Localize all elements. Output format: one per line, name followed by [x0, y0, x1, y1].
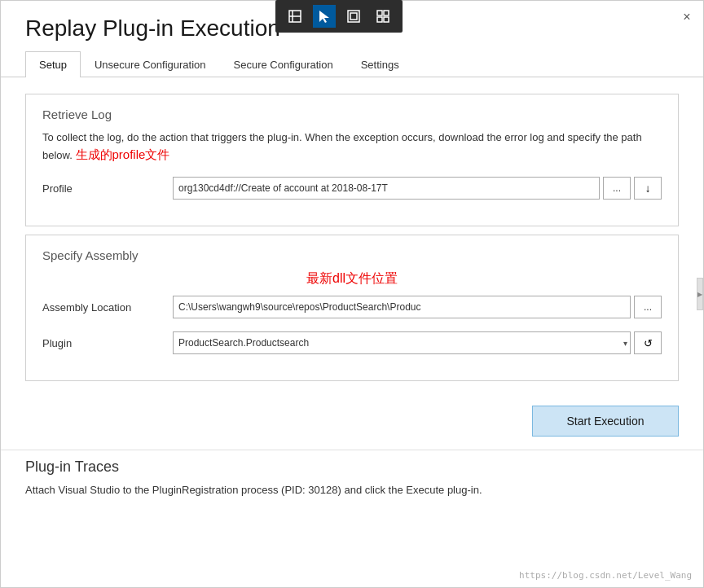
cursor-icon[interactable]: [284, 5, 306, 28]
close-button[interactable]: ×: [677, 7, 697, 27]
watermark: https://blog.csdn.net/Level_Wang: [519, 570, 692, 581]
assembly-label: Assembly Location: [42, 301, 173, 314]
svg-rect-8: [377, 17, 382, 22]
profile-input[interactable]: [173, 177, 600, 200]
profile-controls: ... ↓: [173, 177, 662, 200]
svg-rect-4: [348, 11, 359, 22]
resize-handle[interactable]: [697, 278, 703, 310]
retrieve-log-section: Retrieve Log To collect the log, do the …: [25, 94, 679, 226]
tab-settings[interactable]: Settings: [347, 51, 413, 77]
svg-rect-5: [350, 13, 357, 20]
retrieve-log-title: Retrieve Log: [42, 108, 662, 121]
plugin-controls: ProductSearch.Productsearch ▾ ↺: [173, 331, 662, 354]
traces-title: Plug-in Traces: [25, 459, 679, 476]
assembly-browse-button[interactable]: ...: [634, 296, 662, 318]
profile-download-button[interactable]: ↓: [634, 177, 662, 200]
specify-assembly-title: Specify Assembly: [42, 248, 662, 262]
plugin-refresh-button[interactable]: ↺: [634, 331, 662, 354]
plugin-select-wrapper: ProductSearch.Productsearch ▾: [173, 331, 631, 354]
assembly-annotation: 最新dll文件位置: [42, 270, 662, 287]
assembly-row: Assembly Location ...: [42, 296, 662, 318]
plugin-select[interactable]: ProductSearch.Productsearch: [173, 331, 631, 354]
refresh-icon: ↺: [644, 337, 653, 349]
assembly-controls: ...: [173, 296, 662, 318]
assembly-input[interactable]: [173, 296, 631, 318]
plugin-row: Plugin ProductSearch.Productsearch ▾ ↺: [42, 331, 662, 354]
region-icon[interactable]: [372, 5, 394, 28]
traces-section: Plug-in Traces Attach Visual Studio to t…: [1, 450, 703, 507]
svg-marker-3: [319, 11, 329, 23]
retrieve-log-description: To collect the log, do the action that t…: [42, 129, 662, 164]
inspect-icon[interactable]: [342, 5, 365, 28]
svg-rect-7: [384, 11, 389, 15]
tabs-container: Setup Unsecure Configuration Secure Conf…: [1, 51, 703, 77]
svg-rect-9: [384, 17, 389, 22]
dialog: × Replay Plug-in Execution Setup Unsecur…: [0, 0, 704, 588]
tab-secure[interactable]: Secure Configuration: [220, 51, 347, 77]
plugin-label: Plugin: [42, 337, 173, 349]
traces-description: Attach Visual Studio to the PluginRegist…: [25, 482, 679, 498]
profile-row: Profile ... ↓: [42, 177, 662, 200]
tab-unsecure[interactable]: Unsecure Configuration: [81, 51, 220, 77]
tab-setup[interactable]: Setup: [25, 51, 81, 77]
download-icon: ↓: [645, 182, 651, 195]
profile-browse-button[interactable]: ...: [603, 177, 631, 200]
tab-content-setup: Retrieve Log To collect the log, do the …: [1, 77, 703, 406]
action-area: Start Execution: [1, 406, 703, 450]
svg-rect-6: [377, 11, 382, 15]
profile-annotation: 生成的profile文件: [76, 147, 170, 161]
start-execution-button[interactable]: Start Execution: [532, 406, 679, 437]
profile-label: Profile: [42, 182, 173, 195]
specify-assembly-section: Specify Assembly 最新dll文件位置 Assembly Loca…: [25, 235, 679, 381]
pointer-icon[interactable]: [313, 5, 336, 28]
toolbar-overlay: [275, 0, 403, 33]
